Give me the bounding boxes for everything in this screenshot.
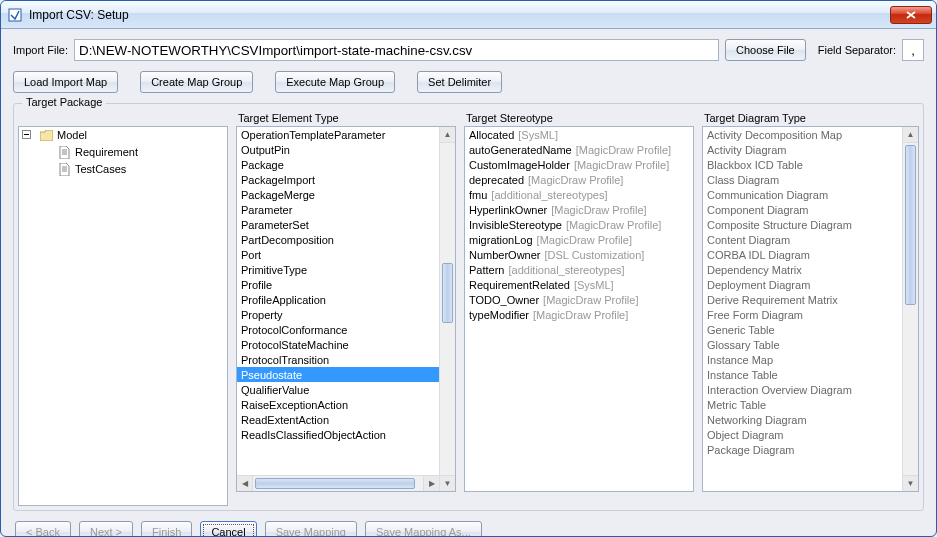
target-package-tree[interactable]: Model RequirementTestCases — [18, 126, 228, 506]
diagram-type-item[interactable]: CORBA IDL Diagram — [703, 247, 902, 262]
create-map-group-button[interactable]: Create Map Group — [140, 71, 253, 93]
element-type-item[interactable]: OperationTemplateParameter — [237, 127, 439, 142]
document-icon — [57, 163, 71, 177]
close-button[interactable] — [890, 6, 932, 24]
diagram-list-vscroll[interactable]: ▲ ▼ — [902, 127, 918, 491]
stereotype-item[interactable]: NumberOwner[DSL Customization] — [465, 247, 693, 262]
element-type-item[interactable]: PackageMerge — [237, 187, 439, 202]
element-type-item[interactable]: RaiseExceptionAction — [237, 397, 439, 412]
element-type-item[interactable]: QualifierValue — [237, 382, 439, 397]
diagram-type-item[interactable]: Composite Structure Diagram — [703, 217, 902, 232]
stereotype-item[interactable]: InvisibleStereotype[MagicDraw Profile] — [465, 217, 693, 232]
back-button: < Back — [15, 521, 71, 537]
diagram-type-item[interactable]: Activity Diagram — [703, 142, 902, 157]
scroll-up-icon[interactable]: ▲ — [440, 127, 455, 143]
element-type-item[interactable]: Profile — [237, 277, 439, 292]
element-type-item[interactable]: ProtocolStateMachine — [237, 337, 439, 352]
stereotype-name: migrationLog — [469, 234, 533, 246]
element-type-item[interactable]: Property — [237, 307, 439, 322]
import-file-input[interactable] — [74, 39, 719, 61]
diagram-type-item[interactable]: Blackbox ICD Table — [703, 157, 902, 172]
stereotype-profile: [MagicDraw Profile] — [551, 204, 646, 216]
diagram-type-item[interactable]: Dependency Matrix — [703, 262, 902, 277]
diagram-type-item[interactable]: Component Diagram — [703, 202, 902, 217]
stereotype-item[interactable]: Pattern[additional_stereotypes] — [465, 262, 693, 277]
tree-child-label: Requirement — [75, 145, 138, 160]
diagram-type-item[interactable]: Generic Table — [703, 322, 902, 337]
element-list-vscroll[interactable]: ▲ ▼ — [439, 127, 455, 491]
finish-button: Finish — [141, 521, 192, 537]
target-diagram-list[interactable]: Activity Decomposition MapActivity Diagr… — [702, 126, 919, 492]
element-type-item[interactable]: OutputPin — [237, 142, 439, 157]
diagram-type-item[interactable]: Content Diagram — [703, 232, 902, 247]
element-type-item[interactable]: PackageImport — [237, 172, 439, 187]
element-type-item[interactable]: PrimitiveType — [237, 262, 439, 277]
scroll-up-icon[interactable]: ▲ — [903, 127, 918, 143]
tree-root[interactable]: Model — [19, 127, 227, 144]
diagram-type-item[interactable]: Networking Diagram — [703, 412, 902, 427]
stereotype-item[interactable]: HyperlinkOwner[MagicDraw Profile] — [465, 202, 693, 217]
set-delimiter-button[interactable]: Set Delimiter — [417, 71, 502, 93]
diagram-type-item[interactable]: Object Diagram — [703, 427, 902, 442]
diagram-type-item[interactable]: Metric Table — [703, 397, 902, 412]
diagram-type-item[interactable]: Interaction Overview Diagram — [703, 382, 902, 397]
target-stereotype-list[interactable]: Allocated[SysML]autoGeneratedName[MagicD… — [464, 126, 694, 492]
save-mapping-as-button: Save Mapping As... — [365, 521, 482, 537]
diagram-type-item[interactable]: Package Diagram — [703, 442, 902, 457]
cancel-button[interactable]: Cancel — [200, 521, 256, 537]
diagram-type-item[interactable]: Communication Diagram — [703, 187, 902, 202]
app-icon — [7, 7, 23, 23]
document-icon — [57, 146, 71, 160]
element-type-item[interactable]: Pseudostate — [237, 367, 439, 382]
execute-map-group-button[interactable]: Execute Map Group — [275, 71, 395, 93]
stereotype-item[interactable]: autoGeneratedName[MagicDraw Profile] — [465, 142, 693, 157]
element-type-item[interactable]: ProtocolTransition — [237, 352, 439, 367]
element-type-item[interactable]: ReadIsClassifiedObjectAction — [237, 427, 439, 442]
folder-expanded-icon — [21, 129, 35, 143]
scroll-down-icon[interactable]: ▼ — [440, 475, 455, 491]
element-type-item[interactable]: ProtocolConformance — [237, 322, 439, 337]
element-type-item[interactable]: Parameter — [237, 202, 439, 217]
stereotype-item[interactable]: migrationLog[MagicDraw Profile] — [465, 232, 693, 247]
element-type-item[interactable]: Package — [237, 157, 439, 172]
scroll-down-icon[interactable]: ▼ — [903, 475, 918, 491]
diagram-type-item[interactable]: Deployment Diagram — [703, 277, 902, 292]
diagram-type-item[interactable]: Free Form Diagram — [703, 307, 902, 322]
load-import-map-button[interactable]: Load Import Map — [13, 71, 118, 93]
stereotype-item[interactable]: deprecated[MagicDraw Profile] — [465, 172, 693, 187]
tree-child[interactable]: Requirement — [19, 144, 227, 161]
diagram-type-item[interactable]: Instance Table — [703, 367, 902, 382]
stereotype-item[interactable]: fmu[additional_stereotypes] — [465, 187, 693, 202]
scroll-right-icon[interactable]: ▶ — [423, 476, 439, 491]
next-button: Next > — [79, 521, 133, 537]
stereotype-item[interactable]: Allocated[SysML] — [465, 127, 693, 142]
scroll-left-icon[interactable]: ◀ — [237, 476, 253, 491]
element-type-item[interactable]: ProfileApplication — [237, 292, 439, 307]
tree-child-label: TestCases — [75, 162, 126, 177]
target-diagram-header: Target Diagram Type — [702, 112, 919, 124]
element-type-item[interactable]: PartDecomposition — [237, 232, 439, 247]
stereotype-profile: [MagicDraw Profile] — [566, 219, 661, 231]
diagram-type-item[interactable]: Activity Decomposition Map — [703, 127, 902, 142]
stereotype-profile: [SysML] — [574, 279, 614, 291]
diagram-type-item[interactable]: Class Diagram — [703, 172, 902, 187]
stereotype-name: fmu — [469, 189, 487, 201]
stereotype-profile: [SysML] — [518, 129, 558, 141]
field-separator-input[interactable] — [902, 39, 924, 61]
element-type-item[interactable]: ParameterSet — [237, 217, 439, 232]
stereotype-item[interactable]: RequirementRelated[SysML] — [465, 277, 693, 292]
stereotype-item[interactable]: TODO_Owner[MagicDraw Profile] — [465, 292, 693, 307]
element-type-item[interactable]: Port — [237, 247, 439, 262]
window-title: Import CSV: Setup — [29, 8, 890, 22]
choose-file-button[interactable]: Choose File — [725, 39, 806, 61]
element-type-item[interactable]: ReadExtentAction — [237, 412, 439, 427]
tree-child[interactable]: TestCases — [19, 161, 227, 178]
target-element-header: Target Element Type — [236, 112, 456, 124]
stereotype-item[interactable]: typeModifier[MagicDraw Profile] — [465, 307, 693, 322]
diagram-type-item[interactable]: Instance Map — [703, 352, 902, 367]
diagram-type-item[interactable]: Glossary Table — [703, 337, 902, 352]
element-list-hscroll[interactable]: ◀ ▶ — [237, 475, 439, 491]
stereotype-item[interactable]: CustomImageHolder[MagicDraw Profile] — [465, 157, 693, 172]
target-element-list[interactable]: OperationTemplateParameterOutputPinPacka… — [236, 126, 456, 492]
diagram-type-item[interactable]: Derive Requirement Matrix — [703, 292, 902, 307]
